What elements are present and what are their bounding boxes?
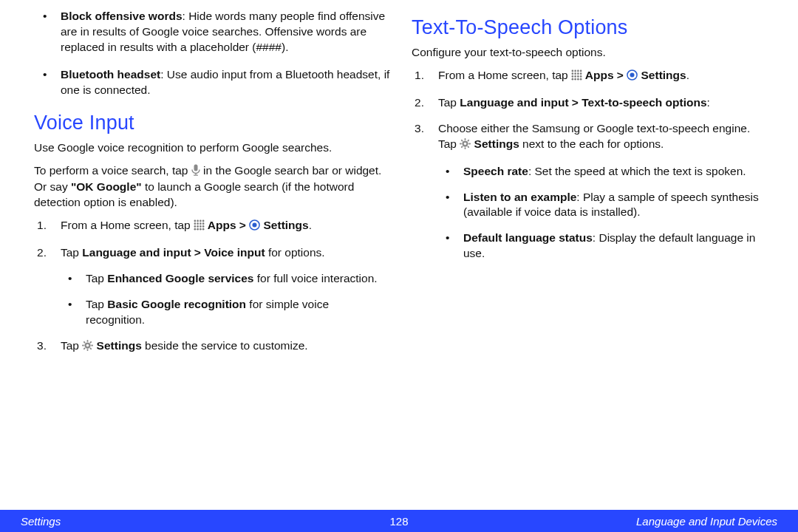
footer-page-number: 128 [389,515,408,528]
step-2: Tap Language and input > Voice input for… [53,245,391,328]
footer-section: Settings [21,515,61,528]
settings-icon [249,219,260,235]
settings-label: Settings [93,339,141,352]
bullet-block-offensive: Block offensive words: Hide words many p… [53,9,391,55]
heading-tts: Text-To-Speech Options [412,16,768,39]
step-1: From a Home screen, tap Apps > Settings. [53,218,391,235]
text: Tap [61,339,82,352]
sub-bold: Enhanced Google services [107,272,253,284]
right-column: Text-To-Speech Options Configure your te… [412,9,768,366]
settings-label: Settings [638,69,686,81]
document-page: Block offensive words: Hide words many p… [0,0,798,532]
settings-label: Settings [471,137,519,150]
apps-label: Apps > [582,69,627,81]
apps-icon [194,219,205,235]
tts-intro: Configure your text-to-speech options. [412,45,768,61]
sub-bold: Listen to an example [463,191,576,203]
sub-default-language: Default language status: Display the def… [456,231,768,262]
sub-listen-example: Listen to an example: Play a sample of s… [456,190,768,221]
tts-steps: From a Home screen, tap Apps > Settings.… [412,68,768,262]
step-3-sub: Speech rate: Set the speed at which the … [438,164,768,262]
voice-input-intro-1: Use Google voice recognition to perform … [34,140,391,156]
text: Tap [86,298,107,310]
gear-icon [460,138,471,154]
content-columns: Block offensive words: Hide words many p… [0,0,798,395]
text: To perform a voice search, tap [34,164,191,177]
voice-input-intro-2: To perform a voice search, tap in the Go… [34,163,391,211]
text: From a Home screen, tap [438,69,571,81]
apps-label: Apps > [205,219,249,231]
bullet-bold: Block offensive words [61,10,183,22]
heading-voice-input: Voice Input [34,112,391,134]
left-column: Block offensive words: Hide words many p… [34,9,391,366]
sub-basic: Tap Basic Google recognition for simple … [78,297,391,328]
sub-speech-rate: Speech rate: Set the speed at which the … [456,164,768,180]
text: Tap [438,96,460,109]
text: Tap [61,246,82,259]
gear-icon [82,340,93,355]
text: . [309,219,312,231]
settings-label: Settings [260,219,308,231]
step-1: From a Home screen, tap Apps > Settings. [431,68,768,85]
text: From a Home screen, tap [61,219,194,231]
text: for options. [265,246,325,259]
text: next to the each for options. [519,137,664,150]
step-3: Choose either the Samsung or Google text… [431,121,768,262]
text: : [707,96,710,109]
step-bold: Language and input > Text-to-speech opti… [460,96,706,109]
footer-subsection: Language and Input Devices [636,515,777,528]
text: : Set the speed at which the text is spo… [528,165,746,177]
apps-icon [571,69,582,85]
page-footer: Settings 128 Language and Input Devices [0,510,798,532]
settings-icon [627,69,638,85]
sub-bold: Speech rate [463,165,528,177]
step-bold: Language and input > Voice input [82,246,265,259]
text: Tap [86,272,107,284]
microphone-icon [191,164,200,180]
step-2: Tap Language and input > Text-to-speech … [431,95,768,111]
ok-google-quote: "OK Google" [71,180,142,193]
text: beside the service to customize. [142,339,308,352]
sub-bold: Basic Google recognition [107,298,246,310]
intro-bullets: Block offensive words: Hide words many p… [34,9,391,98]
step-2-sub: Tap Enhanced Google services for full vo… [61,271,391,328]
sub-bold: Default language status [463,231,593,244]
bullet-bold: Bluetooth headset [61,68,160,81]
text: . [686,69,689,81]
voice-input-steps: From a Home screen, tap Apps > Settings.… [34,218,391,355]
sub-enhanced: Tap Enhanced Google services for full vo… [78,271,391,287]
bullet-bluetooth-headset: Bluetooth headset: Use audio input from … [53,67,391,98]
text: for full voice interaction. [253,272,377,284]
step-3: Tap Settings beside the service to custo… [53,338,391,355]
